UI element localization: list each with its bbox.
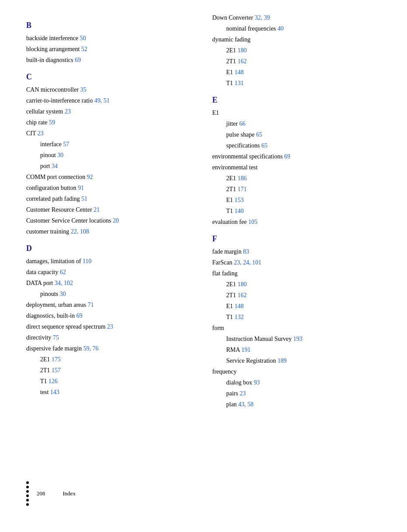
entry-link[interactable]: 186 [238,175,247,182]
list-item: CAN microcontroller 35 [26,85,195,94]
entry-text: E1 [212,110,219,116]
entry-link[interactable]: 51 [81,196,87,202]
entry-link[interactable]: 110 [83,258,91,264]
entry-text: test [40,389,50,395]
entry-link[interactable]: 49, 51 [94,97,110,104]
entry-text: dispersive fade margin [26,345,83,352]
entry-link[interactable]: 69 [75,57,81,63]
entry-link[interactable]: 59, 76 [83,345,99,352]
entry-link[interactable]: 20 [113,217,119,224]
list-item: RMA 191 [226,345,381,354]
footer-dots [26,481,29,506]
list-item: 2T1 157 [40,366,195,375]
entry-link[interactable]: 57 [63,141,69,148]
list-item: dynamic fading [212,35,381,44]
entry-link[interactable]: 23 [107,323,113,330]
list-item: pulse shape 65 [226,130,381,139]
entry-link[interactable]: 40 [277,25,283,32]
list-item: evaluation fee 105 [212,217,381,227]
entry-link[interactable]: 132 [235,314,244,320]
entry-link[interactable]: 91 [78,185,84,191]
entry-text: Customer Service Center locations [26,217,113,224]
list-item: Instruction Manual Survey 193 [226,334,381,343]
list-item: dialog box 93 [226,378,381,387]
section-letter-e: E [212,96,381,105]
entry-link[interactable]: 69 [76,312,83,319]
entry-link[interactable]: 157 [52,367,61,374]
entry-link[interactable]: 32, 39 [255,14,270,21]
entry-text: directivity [26,334,53,341]
list-item: data capacity 62 [26,268,195,277]
list-item: T1 132 [226,312,381,322]
list-item: chip rate 59 [26,118,195,127]
list-item: interface 57 [40,140,195,149]
entry-text: 2E1 [226,47,238,54]
entry-link[interactable]: 175 [52,356,61,363]
entry-link[interactable]: 62 [60,269,66,275]
entry-link[interactable]: 69 [284,153,290,160]
entry-link[interactable]: 162 [238,58,247,65]
entry-link[interactable]: 148 [235,69,244,76]
entry-link[interactable]: 153 [235,197,244,203]
list-item: nominal frequencies 40 [226,24,381,33]
entry-text: dialog box [226,379,254,386]
entry-link[interactable]: 92 [87,174,93,180]
entry-link[interactable]: 23 [38,130,44,137]
entry-text: T1 [226,314,235,320]
entry-link[interactable]: 83 [243,248,249,255]
entry-link[interactable]: 65 [256,131,262,138]
entry-text: frequency [212,368,237,375]
list-item: COMM port connection 92 [26,172,195,182]
entry-text: configuration button [26,185,78,191]
entry-link[interactable]: 148 [235,303,244,309]
entry-link[interactable]: 23, 24, 101 [234,259,261,266]
dot-2 [26,486,29,488]
entry-link[interactable]: 21 [93,206,100,213]
entry-link[interactable]: 65 [261,142,267,149]
entry-link[interactable]: 180 [238,281,247,288]
entry-link[interactable]: 52 [81,46,87,52]
entry-link[interactable]: 43, 58 [238,401,254,408]
list-item: backside interference 50 [26,34,195,43]
entry-link[interactable]: 126 [48,378,58,384]
entry-link[interactable]: 171 [238,186,247,192]
entry-text: jitter [226,120,239,127]
entry-link[interactable]: 140 [235,208,244,214]
list-item: T1 140 [226,206,381,216]
list-item: DATA port 34, 102 [26,278,195,288]
entry-text: RMA [226,347,241,353]
page: Bbackside interference 50blocking arrang… [0,0,407,532]
entry-link[interactable]: 23 [65,108,71,115]
list-item: correlated path fading 51 [26,194,195,203]
entry-link[interactable]: 35 [80,86,86,93]
entry-link[interactable]: 34 [52,163,58,169]
entry-link[interactable]: 71 [88,302,94,308]
entry-link[interactable]: 93 [254,379,260,386]
entry-text: 2T1 [226,292,238,299]
entry-link[interactable]: 131 [235,80,244,86]
entry-link[interactable]: 34, 102 [55,280,73,286]
list-item: dispersive fade margin 59, 76 [26,344,195,353]
list-item: blocking arrangement 52 [26,45,195,54]
entry-link[interactable]: 105 [248,219,257,225]
entry-link[interactable]: 191 [241,347,251,353]
entry-link[interactable]: 30 [60,291,66,297]
entry-link[interactable]: 189 [277,357,286,364]
entry-link[interactable]: 180 [238,47,247,54]
entry-link[interactable]: 59 [49,119,55,126]
entry-link[interactable]: 162 [238,292,247,299]
entry-link[interactable]: 143 [50,389,59,395]
entry-text: fade margin [212,248,243,255]
entry-link[interactable]: 22, 108 [71,228,89,235]
entry-text: DATA port [26,280,55,286]
entry-link[interactable]: 75 [53,334,59,341]
entry-link[interactable]: 23 [240,390,246,397]
entry-link[interactable]: 50 [80,35,86,41]
entry-text: blocking arrangement [26,46,81,52]
dot-4 [26,494,29,497]
entry-link[interactable]: 193 [293,336,303,342]
entry-link[interactable]: 30 [57,152,63,158]
entry-link[interactable]: 66 [239,120,245,127]
entry-text: interface [40,141,63,148]
entry-text: specifications [226,142,261,149]
